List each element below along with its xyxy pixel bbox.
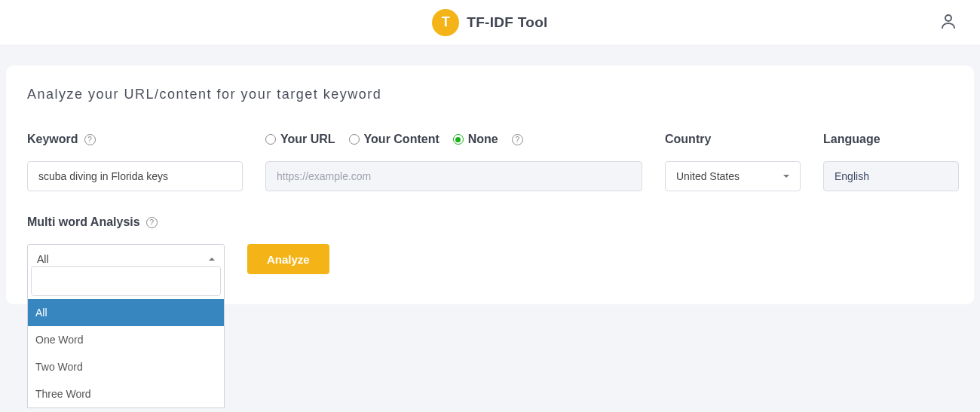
language-label: Language — [823, 133, 880, 146]
keyword-input[interactable] — [27, 161, 243, 191]
radio-your-content[interactable]: Your Content — [349, 133, 439, 146]
form-row-1: Keyword ? Your URL Your Content None — [27, 133, 953, 191]
radio-your-url[interactable]: Your URL — [265, 133, 335, 146]
dropdown-list: All One Word Two Word Three Word — [28, 299, 224, 407]
app-logo: T — [432, 9, 459, 36]
country-label-row: Country — [665, 133, 801, 146]
source-radio-group: Your URL Your Content None ? — [265, 133, 642, 146]
language-select[interactable]: English — [823, 161, 959, 191]
url-input — [265, 161, 642, 191]
dropdown-search-input[interactable] — [31, 266, 221, 296]
chevron-down-icon — [783, 175, 789, 178]
analyze-button[interactable]: Analyze — [247, 244, 329, 274]
keyword-label-row: Keyword ? — [27, 133, 243, 146]
radio-label: None — [468, 133, 498, 146]
country-select[interactable]: United States — [665, 161, 801, 191]
header-title-wrap: T TF-IDF Tool — [432, 9, 547, 36]
language-label-row: Language — [823, 133, 959, 146]
radio-label: Your Content — [364, 133, 439, 146]
card-heading: Analyze your URL/content for your target… — [27, 87, 953, 102]
dropdown-search-wrap — [28, 263, 224, 299]
source-field-group: Your URL Your Content None ? — [265, 133, 642, 191]
multiword-label-row: Multi word Analysis ? — [27, 215, 225, 229]
radio-icon — [453, 134, 464, 145]
radio-label: Your URL — [280, 133, 335, 146]
multiword-dropdown-panel: All One Word Two Word Three Word — [27, 263, 225, 408]
keyword-field-group: Keyword ? — [27, 133, 243, 191]
country-label: Country — [665, 133, 711, 146]
keyword-label: Keyword — [27, 133, 78, 146]
country-value: United States — [676, 170, 740, 182]
svg-point-0 — [945, 15, 951, 21]
app-header: T TF-IDF Tool — [0, 0, 980, 44]
profile-icon[interactable] — [939, 12, 957, 33]
language-field-group: Language English — [823, 133, 959, 191]
radio-none[interactable]: None — [453, 133, 498, 146]
multiword-label: Multi word Analysis — [27, 215, 140, 229]
language-value: English — [835, 170, 869, 182]
dropdown-item-two-word[interactable]: Two Word — [28, 353, 224, 380]
app-title: TF-IDF Tool — [467, 14, 547, 31]
chevron-up-icon — [209, 258, 215, 261]
radio-icon — [265, 134, 276, 145]
help-icon[interactable]: ? — [146, 217, 158, 228]
radio-icon — [349, 134, 360, 145]
dropdown-item-three-word[interactable]: Three Word — [28, 380, 224, 407]
dropdown-item-all[interactable]: All — [28, 299, 224, 326]
help-icon[interactable]: ? — [84, 134, 96, 145]
country-field-group: Country United States — [665, 133, 801, 191]
help-icon[interactable]: ? — [512, 134, 523, 145]
dropdown-item-one-word[interactable]: One Word — [28, 326, 224, 353]
